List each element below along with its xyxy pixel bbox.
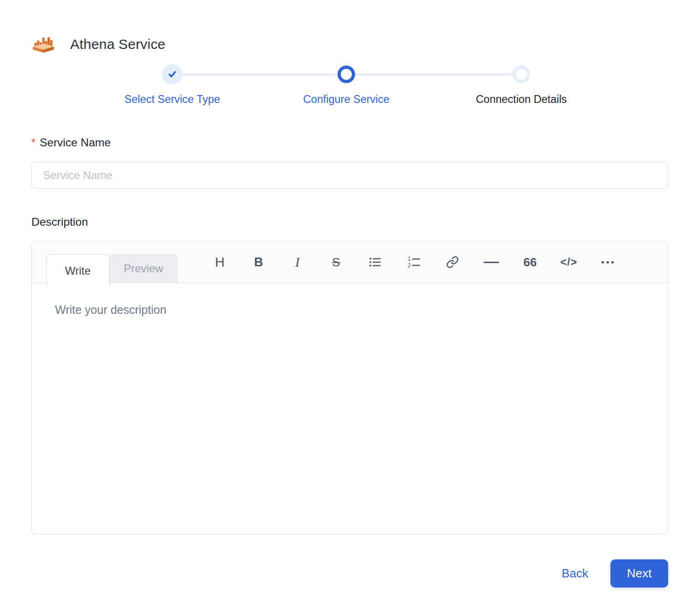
tab-preview[interactable]: Preview bbox=[109, 254, 177, 283]
link-icon[interactable] bbox=[443, 252, 462, 272]
step-label-connection-details[interactable]: Connection Details bbox=[476, 93, 567, 106]
horizontal-rule-icon[interactable] bbox=[482, 252, 501, 272]
bold-icon[interactable]: B bbox=[249, 252, 268, 272]
description-editor: Write Preview H B I S bbox=[31, 241, 668, 534]
editor-header: Write Preview H B I S bbox=[32, 241, 668, 283]
page-header: Athena Service bbox=[31, 0, 668, 56]
code-icon[interactable]: </> bbox=[560, 252, 578, 272]
next-button[interactable]: Next bbox=[610, 559, 668, 588]
wizard-stepper: Select Service Type Configure Service Co… bbox=[31, 65, 668, 121]
description-label: Description bbox=[31, 216, 668, 228]
page-title: Athena Service bbox=[70, 36, 165, 52]
service-name-label-row: * Service Name bbox=[31, 136, 668, 149]
bulleted-list-icon[interactable] bbox=[366, 252, 384, 272]
step-connection-details-indicator[interactable] bbox=[513, 66, 530, 83]
required-marker: * bbox=[31, 137, 36, 149]
svg-text:1: 1 bbox=[408, 256, 411, 262]
quote-icon[interactable]: 66 bbox=[521, 252, 539, 272]
strikethrough-icon[interactable]: S bbox=[327, 252, 345, 272]
step-label-select-service-type[interactable]: Select Service Type bbox=[124, 93, 220, 106]
svg-text:2: 2 bbox=[408, 262, 411, 269]
description-textarea[interactable] bbox=[32, 283, 668, 534]
stepper-connector-1 bbox=[172, 73, 346, 76]
more-options-icon[interactable]: ••• bbox=[598, 252, 617, 272]
stepper-connector-2 bbox=[346, 73, 521, 76]
step-select-service-type-indicator[interactable] bbox=[162, 64, 182, 84]
configure-service-page: Athena Service Select Service Type Confi… bbox=[0, 0, 700, 588]
numbered-list-icon[interactable]: 1 2 bbox=[404, 252, 423, 272]
athena-service-logo-icon bbox=[31, 32, 55, 56]
editor-body bbox=[32, 283, 668, 534]
editor-toolbar: H B I S bbox=[211, 241, 617, 283]
service-name-input[interactable] bbox=[31, 162, 668, 189]
step-configure-service-indicator[interactable] bbox=[338, 66, 355, 83]
wizard-footer: Back Next bbox=[31, 559, 668, 588]
check-icon bbox=[167, 69, 177, 79]
service-name-label: Service Name bbox=[40, 136, 111, 149]
italic-icon[interactable]: I bbox=[288, 252, 307, 272]
heading-icon[interactable]: H bbox=[211, 252, 229, 272]
tab-write[interactable]: Write bbox=[46, 254, 109, 287]
back-button[interactable]: Back bbox=[561, 566, 588, 581]
step-label-configure-service[interactable]: Configure Service bbox=[303, 93, 390, 106]
